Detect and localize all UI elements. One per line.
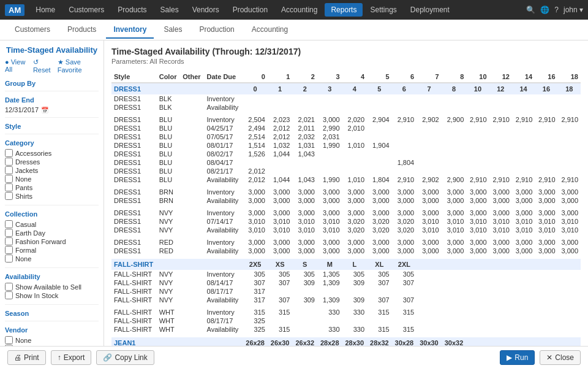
globe-icon[interactable]: 🌐 (540, 6, 549, 14)
col-p18: 18 (558, 71, 581, 83)
search-icon[interactable]: 🔍 (526, 6, 535, 14)
footer-bar: 🖨 Print ↑ Export 🔗 Copy Link ▶ Run ✕ Clo… (0, 346, 588, 368)
subnav-products[interactable]: Products (60, 21, 104, 39)
vendor-none[interactable]: None (5, 336, 99, 344)
col-p3: 3 (317, 71, 342, 83)
table-row: DRESS1BLKInventory (111, 94, 581, 103)
export-icon: ↑ (58, 353, 61, 362)
run-button[interactable]: ▶ Run (500, 350, 535, 365)
collection-label: Collection (5, 210, 99, 218)
cat-dresses[interactable]: Dresses (5, 158, 99, 166)
nav-sales[interactable]: Sales (154, 3, 185, 17)
table-row: FALL-SHIRTNVY08/14/173073073091,30930930… (111, 278, 581, 287)
season-label: Season (5, 310, 99, 317)
report-title: Time-Staged Availability (Through: 12/31… (111, 47, 581, 56)
nav-deployment[interactable]: Deployment (404, 3, 456, 17)
cat-accessories[interactable]: Accessories (5, 149, 99, 157)
table-row: DRESS1REDAvailability3,0003,0003,0003,00… (111, 247, 581, 255)
category-filters: Accessories Dresses Jackets None Pants S… (5, 149, 99, 200)
nav-accounting[interactable]: Accounting (275, 3, 323, 17)
col-p5: 5 (367, 71, 392, 83)
col-p16: 16 (535, 71, 557, 83)
availability-filters: Show Available to Sell Show In Stock (5, 283, 99, 299)
reset-link[interactable]: ↺ Reset (33, 58, 54, 74)
table-row: FALL-SHIRTWHTAvailability325315330330315… (111, 325, 581, 334)
subnav-customers[interactable]: Customers (7, 21, 58, 39)
nav-products[interactable]: Products (111, 3, 153, 17)
nav-customers[interactable]: Customers (62, 3, 110, 17)
col-p2: 2 (292, 71, 317, 83)
view-all-link[interactable]: ● View All (5, 58, 29, 74)
col-p6: 6 (392, 71, 417, 83)
copy-link-button[interactable]: 🔗 Copy Link (96, 350, 154, 365)
subnav-inventory[interactable]: Inventory (106, 21, 154, 39)
export-button[interactable]: ↑ Export (51, 350, 92, 365)
col-p8: 8 (442, 71, 467, 83)
table-row: DRESS1BLKAvailability (111, 103, 581, 112)
table-row: DRESS1NVYInventory3,0003,0003,0003,0003,… (111, 209, 581, 217)
date-end-label: Date End (5, 96, 99, 104)
cat-jackets[interactable]: Jackets (5, 166, 99, 174)
avail-instock[interactable]: Show In Stock (5, 291, 99, 299)
col-p14: 14 (512, 71, 535, 83)
run-icon: ▶ (507, 353, 512, 362)
col-fashionforward[interactable]: Fashion Forward (5, 237, 99, 245)
cat-none[interactable]: None (5, 175, 99, 183)
table-row: DRESS1BLU08/04/171,804 (111, 158, 581, 167)
col-p0: 0 (243, 71, 268, 83)
vendor-label: Vendor (5, 326, 99, 334)
col-earthday[interactable]: Earth Day (5, 229, 99, 237)
col-p4: 4 (342, 71, 368, 83)
table-row: FALL-SHIRT2X5XSSMLXL2XL (111, 259, 581, 270)
main-layout: Time-Staged Availability ● View All ↺ Re… (0, 40, 588, 346)
sidebar-quick-links: ● View All ↺ Reset ★ Save Favorite (5, 58, 99, 74)
col-color: Color (157, 71, 181, 83)
close-icon: ✕ (546, 353, 552, 362)
print-button[interactable]: 🖨 Print (7, 350, 46, 365)
nav-production[interactable]: Production (227, 3, 274, 17)
table-row: DRESS1BLUInventory2,5042,0232,0213,0002,… (111, 115, 581, 124)
table-row: FALL-SHIRTNVYInventory3053053051,3053053… (111, 270, 581, 278)
app-logo: AM (5, 4, 24, 16)
subnav-accounting[interactable]: Accounting (244, 21, 295, 39)
sub-navigation: Customers Products Inventory Sales Produ… (0, 20, 588, 40)
table-row: DRESS1NVY07/14/173,0103,0103,0103,0103,0… (111, 217, 581, 226)
table-row: DRESS1BRNInventory3,0003,0003,0003,0003,… (111, 188, 581, 196)
collection-filters: Casual Earth Day Fashion Forward Formal … (5, 220, 99, 263)
nav-reports[interactable]: Reports (325, 3, 363, 17)
col-formal[interactable]: Formal (5, 246, 99, 254)
report-table: Style Color Other Date Due 0 1 2 3 4 5 6… (111, 71, 581, 346)
cat-shirts[interactable]: Shirts (5, 192, 99, 200)
user-menu[interactable]: john ▾ (564, 6, 583, 14)
table-row: FALL-SHIRTNVY08/17/17317 (111, 287, 581, 296)
help-icon[interactable]: ? (554, 6, 559, 14)
table-row: DRESS1BLU04/25/172,4942,0122,0112,9902,0… (111, 124, 581, 132)
group-by-label: Group By (5, 80, 99, 87)
col-casual[interactable]: Casual (5, 220, 99, 228)
vendor-filters: None Sally's Sewing Service Suit World W… (5, 336, 99, 346)
col-p12: 12 (489, 71, 512, 83)
close-button[interactable]: ✕ Close (540, 350, 581, 365)
nav-vendors[interactable]: Vendors (186, 3, 225, 17)
table-row: JEAN126x2826x3026x3228x2828x3028x3230x28… (111, 337, 581, 346)
col-none[interactable]: None (5, 255, 99, 263)
category-label: Category (5, 139, 99, 147)
col-other: Other (180, 71, 204, 83)
subnav-production[interactable]: Production (192, 21, 241, 39)
top-navigation: AM Home Customers Products Sales Vendors… (0, 0, 588, 20)
col-p10: 10 (466, 71, 489, 83)
col-datedue: Date Due (205, 71, 243, 83)
nav-settings[interactable]: Settings (364, 3, 402, 17)
save-favorite-link[interactable]: ★ Save Favorite (58, 58, 99, 74)
style-label: Style (5, 123, 99, 130)
cat-pants[interactable]: Pants (5, 183, 99, 191)
avail-sell[interactable]: Show Available to Sell (5, 283, 99, 291)
subnav-sales[interactable]: Sales (156, 21, 189, 39)
table-row: DRESS1BLU08/01/171,5141,0321,0311,9901,0… (111, 141, 581, 150)
vendor-sallys[interactable]: Sally's Sewing Service (5, 345, 99, 346)
print-icon: 🖨 (14, 353, 21, 362)
calendar-icon[interactable]: 📅 (41, 107, 48, 113)
date-end-value: 12/31/2017 📅 (5, 106, 99, 113)
nav-home[interactable]: Home (29, 3, 61, 17)
sidebar: Time-Staged Availability ● View All ↺ Re… (0, 40, 104, 346)
